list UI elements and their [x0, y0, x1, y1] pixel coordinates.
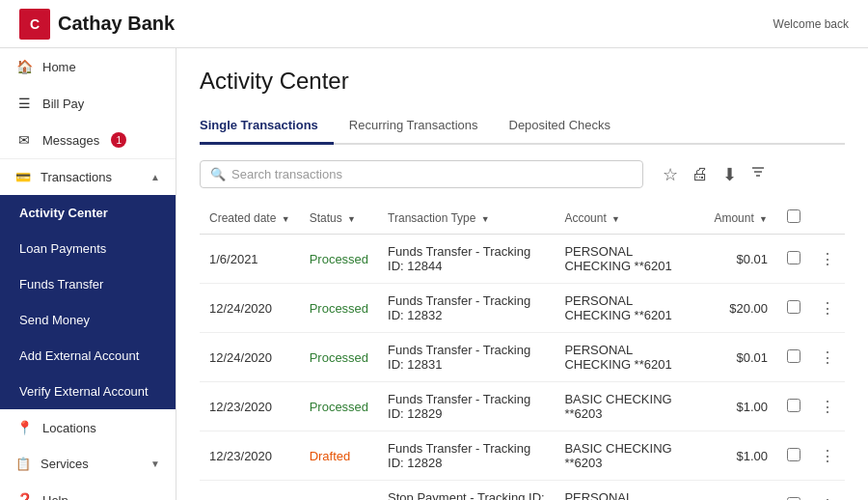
kebab-menu-5[interactable]: ⋮: [820, 497, 835, 501]
cell-status-4: Drafted: [300, 431, 378, 481]
sidebar-item-locations[interactable]: 📍 Locations: [0, 409, 176, 446]
cell-checkbox-1[interactable]: [777, 284, 810, 333]
cell-type-4: Funds Transfer - Tracking ID: 12828: [378, 431, 555, 481]
col-header-checkbox[interactable]: [777, 202, 810, 235]
col-header-account[interactable]: Account ▼: [555, 202, 704, 235]
sidebar-label-verify-external: Verify External Account: [19, 384, 149, 399]
cell-status-3: Processed: [300, 382, 378, 431]
cell-menu-0[interactable]: ⋮: [810, 235, 845, 284]
cell-amount-4: $1.00: [704, 431, 777, 481]
sidebar-item-bill-pay[interactable]: ☰ Bill Pay: [0, 85, 176, 122]
col-header-status[interactable]: Status ▼: [300, 202, 378, 235]
messages-icon: ✉: [15, 132, 33, 148]
row-checkbox-4[interactable]: [787, 448, 800, 461]
sidebar-item-funds-transfer[interactable]: Funds Transfer: [0, 266, 176, 302]
transactions-icon: 💳: [15, 170, 31, 184]
cell-account-2: PERSONAL CHECKING **6201: [555, 333, 704, 382]
sidebar-label-help: Help: [42, 493, 68, 501]
sidebar: 🏠 Home ☰ Bill Pay ✉ Messages 1 💳 Transac…: [0, 48, 176, 500]
sidebar-label-transactions: Transactions: [41, 170, 112, 184]
cell-menu-4[interactable]: ⋮: [810, 431, 845, 481]
sidebar-label-add-external: Add External Account: [19, 348, 139, 363]
sidebar-transactions-section: 💳 Transactions ▲ Activity Center Loan Pa…: [0, 159, 176, 409]
sidebar-label-services: Services: [41, 457, 89, 471]
cell-menu-5[interactable]: ⋮: [810, 481, 845, 501]
cell-amount-1: $20.00: [704, 284, 777, 333]
bill-pay-icon: ☰: [15, 96, 33, 111]
col-header-type[interactable]: Transaction Type ▼: [378, 202, 555, 235]
transactions-chevron: ▲: [150, 172, 160, 182]
col-header-amount[interactable]: Amount ▼: [704, 202, 777, 235]
kebab-menu-3[interactable]: ⋮: [820, 399, 835, 415]
layout: 🏠 Home ☰ Bill Pay ✉ Messages 1 💳 Transac…: [0, 48, 868, 500]
sidebar-item-home[interactable]: 🏠 Home: [0, 48, 176, 85]
bookmark-icon[interactable]: ☆: [663, 164, 678, 185]
cell-menu-2[interactable]: ⋮: [810, 333, 845, 382]
cell-status-1: Processed: [300, 284, 378, 333]
row-checkbox-1[interactable]: [787, 300, 800, 314]
print-icon[interactable]: 🖨: [692, 164, 709, 184]
kebab-menu-4[interactable]: ⋮: [820, 448, 835, 464]
main-content: Activity Center Single Transactions Recu…: [176, 48, 868, 500]
tab-recurring-transactions[interactable]: Recurring Transactions: [349, 110, 494, 145]
logo: C Cathay Bank: [19, 9, 175, 40]
cell-account-1: PERSONAL CHECKING **6201: [555, 284, 704, 333]
kebab-menu-1[interactable]: ⋮: [820, 300, 835, 317]
cell-checkbox-4[interactable]: [777, 431, 810, 481]
kebab-menu-0[interactable]: ⋮: [820, 251, 835, 267]
sidebar-item-verify-external[interactable]: Verify External Account: [0, 374, 176, 409]
home-icon: 🏠: [15, 59, 33, 74]
row-checkbox-0[interactable]: [787, 251, 800, 264]
table-header-row: Created date ▼ Status ▼ Transaction Type…: [200, 202, 845, 235]
col-label-account: Account: [564, 211, 606, 225]
cell-account-0: PERSONAL CHECKING **6201: [555, 235, 704, 284]
cell-menu-1[interactable]: ⋮: [810, 284, 845, 333]
sidebar-label-messages: Messages: [42, 133, 99, 148]
search-box[interactable]: 🔍: [200, 160, 643, 188]
tab-single-transactions[interactable]: Single Transactions: [200, 110, 334, 145]
download-icon[interactable]: ⬇: [722, 164, 737, 185]
col-label-date: Created date: [209, 211, 276, 225]
tab-deposited-checks[interactable]: Deposited Checks: [509, 110, 627, 145]
cell-type-1: Funds Transfer - Tracking ID: 12832: [378, 284, 555, 333]
cell-date-4: 12/23/2020: [200, 431, 300, 481]
cell-status-5: Processed: [300, 481, 378, 501]
row-checkbox-3[interactable]: [787, 399, 800, 412]
sidebar-item-services[interactable]: 📋 Services ▼: [0, 446, 176, 482]
sidebar-item-transactions[interactable]: 💳 Transactions ▲: [0, 159, 176, 195]
col-label-amount: Amount: [714, 211, 753, 225]
messages-badge: 1: [111, 132, 126, 148]
sidebar-item-add-external[interactable]: Add External Account: [0, 338, 176, 374]
filter-icon[interactable]: [750, 164, 766, 184]
help-icon: ❓: [15, 492, 33, 500]
cell-date-2: 12/24/2020: [200, 333, 300, 382]
cell-checkbox-0[interactable]: [777, 235, 810, 284]
cell-account-3: BASIC CHECKING **6203: [555, 382, 704, 431]
kebab-menu-2[interactable]: ⋮: [820, 349, 835, 366]
sidebar-item-loan-payments[interactable]: Loan Payments: [0, 231, 176, 266]
col-label-status: Status: [310, 211, 342, 225]
row-checkbox-5[interactable]: [787, 497, 800, 501]
cell-amount-0: $0.01: [704, 235, 777, 284]
sidebar-item-activity-center[interactable]: Activity Center: [0, 195, 176, 231]
sidebar-item-messages[interactable]: ✉ Messages 1: [0, 122, 176, 158]
cell-menu-3[interactable]: ⋮: [810, 382, 845, 431]
cell-date-5: 12/23/2020: [200, 481, 300, 501]
date-sort-icon: ▼: [282, 214, 290, 224]
col-header-date[interactable]: Created date ▼: [200, 202, 300, 235]
table-row: 12/23/2020 Drafted Funds Transfer - Trac…: [200, 431, 845, 481]
cell-checkbox-3[interactable]: [777, 382, 810, 431]
cell-checkbox-2[interactable]: [777, 333, 810, 382]
cell-date-1: 12/24/2020: [200, 284, 300, 333]
cell-checkbox-5[interactable]: [777, 481, 810, 501]
select-all-checkbox[interactable]: [787, 209, 800, 223]
transactions-sub-menu: Activity Center Loan Payments Funds Tran…: [0, 195, 176, 409]
search-input[interactable]: [231, 167, 633, 181]
sidebar-section-top: 🏠 Home ☰ Bill Pay ✉ Messages 1: [0, 48, 176, 159]
services-icon: 📋: [15, 457, 31, 471]
sidebar-label-loan-payments: Loan Payments: [19, 241, 106, 256]
row-checkbox-2[interactable]: [787, 349, 800, 363]
cell-account-4: BASIC CHECKING **6203: [555, 431, 704, 481]
sidebar-item-send-money[interactable]: Send Money: [0, 302, 176, 338]
sidebar-item-help[interactable]: ❓ Help: [0, 482, 176, 500]
